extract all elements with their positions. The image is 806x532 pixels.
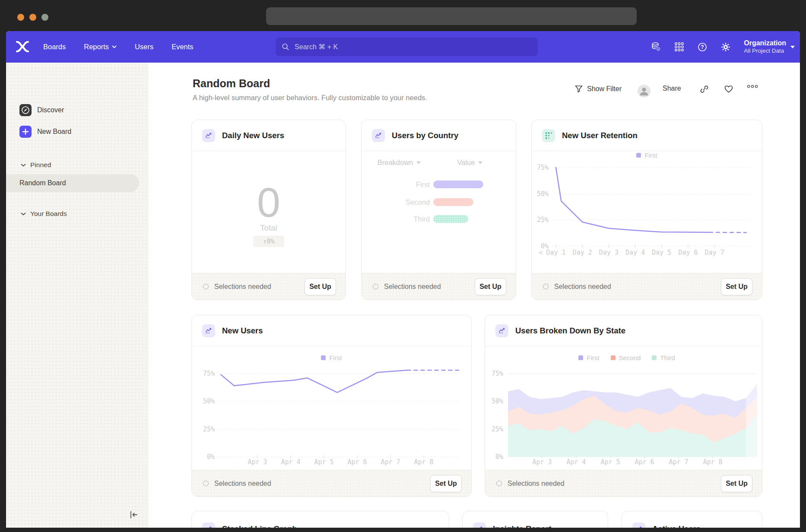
set-up-button[interactable]: Set Up bbox=[475, 278, 506, 295]
card-title: Active Users bbox=[652, 524, 701, 528]
page-title: Random Board bbox=[193, 77, 270, 90]
metric-delta-badge: ↑0% bbox=[253, 236, 284, 247]
set-up-button[interactable]: Set Up bbox=[430, 475, 462, 492]
bar-third bbox=[433, 215, 468, 223]
set-up-button[interactable]: Set Up bbox=[721, 278, 752, 295]
nav-item-reports[interactable]: Reports bbox=[84, 43, 117, 51]
chevron-down-icon bbox=[478, 162, 482, 164]
section-label: Your Boards bbox=[30, 210, 67, 218]
card-status: Selections needed bbox=[373, 283, 475, 291]
status-circle-icon bbox=[543, 284, 549, 289]
metric-value: 0 bbox=[191, 181, 346, 223]
filter-funnel-icon bbox=[574, 85, 583, 93]
line-chart-icon bbox=[495, 324, 508, 337]
chevron-down-icon bbox=[416, 162, 421, 164]
card-status: Selections needed bbox=[203, 283, 305, 291]
sidebar-item-discover[interactable]: Discover bbox=[19, 104, 64, 116]
chevron-down-icon bbox=[21, 212, 26, 215]
chevron-down-icon bbox=[21, 164, 26, 167]
avatar[interactable] bbox=[638, 85, 651, 98]
card-title: New Users bbox=[222, 326, 263, 336]
bar-second bbox=[433, 198, 473, 206]
country-bar-row: Third bbox=[378, 215, 468, 223]
zoom-window-button[interactable] bbox=[41, 14, 48, 21]
nav-item-events[interactable]: Events bbox=[171, 43, 193, 51]
sidebar-item-random-board[interactable]: Random Board bbox=[6, 174, 139, 192]
board-name: Random Board bbox=[19, 179, 66, 187]
sidebar-item-label: New Board bbox=[37, 128, 71, 136]
sidebar-section-pinned[interactable]: Pinned bbox=[21, 161, 51, 169]
country-bar-row: Second bbox=[378, 198, 473, 206]
chevron-down-icon bbox=[112, 45, 117, 48]
org-project: All Project Data bbox=[744, 48, 786, 55]
metric-label: Total bbox=[191, 223, 346, 233]
sidebar: Discover New Board Pinned Random Board Y… bbox=[6, 63, 148, 528]
compass-icon bbox=[19, 104, 32, 116]
help-icon[interactable]: ? bbox=[697, 42, 708, 52]
browser-address-bar[interactable] bbox=[266, 7, 637, 25]
set-up-button[interactable]: Set Up bbox=[721, 475, 752, 492]
card-insights-report: Insights Report bbox=[462, 511, 608, 528]
share-button[interactable]: Share bbox=[663, 85, 681, 92]
status-circle-icon bbox=[496, 481, 502, 486]
sidebar-section-your-boards[interactable]: Your Boards bbox=[21, 210, 67, 218]
app-window: Boards Reports Users Events bbox=[6, 31, 800, 528]
line-chart-icon bbox=[372, 129, 385, 142]
line-chart-icon bbox=[632, 522, 645, 528]
state-area-chart bbox=[490, 353, 763, 469]
org-name: Organization bbox=[744, 39, 786, 48]
search-icon bbox=[282, 43, 289, 51]
collapse-sidebar-icon[interactable] bbox=[129, 510, 139, 520]
more-options-icon[interactable] bbox=[747, 85, 758, 88]
card-status: Selections needed bbox=[543, 283, 721, 291]
top-navbar: Boards Reports Users Events bbox=[6, 31, 800, 63]
value-dropdown[interactable]: Value bbox=[446, 158, 494, 167]
line-chart-icon bbox=[473, 522, 486, 528]
chevron-down-icon bbox=[790, 46, 795, 48]
nav-item-users[interactable]: Users bbox=[135, 43, 153, 51]
new-users-line-chart bbox=[197, 353, 466, 469]
minimize-window-button[interactable] bbox=[29, 14, 36, 21]
card-title: New User Retention bbox=[562, 131, 638, 140]
bar-first bbox=[433, 180, 483, 188]
sidebar-item-new-board[interactable]: New Board bbox=[19, 126, 71, 138]
status-circle-icon bbox=[203, 284, 209, 289]
breakdown-dropdown[interactable]: Breakdown bbox=[372, 158, 426, 167]
card-title: Insights Report bbox=[493, 524, 552, 528]
nav-item-boards[interactable]: Boards bbox=[43, 43, 66, 51]
line-chart-icon bbox=[202, 522, 215, 528]
favorite-heart-icon[interactable] bbox=[724, 85, 733, 93]
card-stacked-line-graph: Stacked Line Graph bbox=[191, 511, 449, 528]
card-active-users: Active Users bbox=[622, 511, 762, 528]
svg-text:?: ? bbox=[701, 44, 704, 50]
card-title: Users by Country bbox=[392, 131, 458, 140]
section-label: Pinned bbox=[30, 161, 51, 169]
status-circle-icon bbox=[203, 481, 209, 486]
org-switcher[interactable]: Organization All Project Data bbox=[744, 39, 795, 55]
retention-line-chart bbox=[536, 155, 760, 259]
data-management-icon[interactable] bbox=[651, 42, 661, 52]
global-search[interactable] bbox=[276, 38, 538, 56]
card-users-by-country: Users by Country Selections needed Set U… bbox=[361, 120, 516, 300]
status-circle-icon bbox=[373, 284, 378, 289]
copy-link-icon[interactable] bbox=[700, 85, 709, 94]
card-title: Daily New Users bbox=[222, 131, 284, 140]
settings-gear-icon[interactable] bbox=[720, 42, 731, 52]
card-status: Selections needed bbox=[496, 480, 721, 488]
plus-icon bbox=[19, 126, 32, 138]
card-title: Users Broken Down By State bbox=[515, 326, 625, 336]
close-window-button[interactable] bbox=[17, 14, 24, 21]
page-subtitle: A high-level summary of user behaviors. … bbox=[193, 94, 427, 102]
show-filter-button[interactable]: Show Filter bbox=[574, 85, 622, 93]
card-status: Selections needed bbox=[203, 480, 430, 488]
card-title: Stacked Line Graph bbox=[222, 524, 297, 528]
line-chart-icon bbox=[202, 129, 215, 142]
mixpanel-logo-icon[interactable] bbox=[16, 40, 29, 55]
search-input[interactable] bbox=[294, 43, 532, 51]
line-chart-icon bbox=[202, 324, 215, 337]
apps-grid-icon[interactable] bbox=[674, 42, 684, 52]
set-up-button[interactable]: Set Up bbox=[305, 278, 336, 295]
screen: Boards Reports Users Events bbox=[0, 0, 806, 532]
country-bar-row: First bbox=[378, 180, 483, 188]
sidebar-item-label: Discover bbox=[37, 106, 64, 114]
